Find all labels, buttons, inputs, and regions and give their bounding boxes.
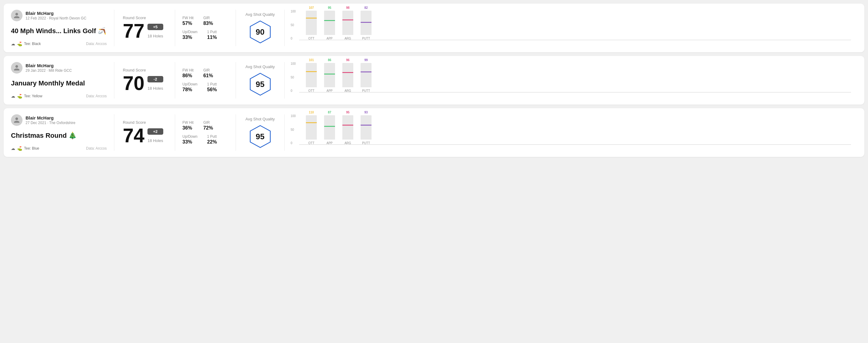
bar-color-line-ott — [306, 71, 317, 72]
score-row: 74+218 Holes — [123, 126, 166, 145]
y-axis-label: 100 — [291, 114, 299, 118]
quality-section: Avg Shot Quality 90 — [236, 10, 285, 46]
y-axis-label: 50 — [291, 128, 299, 131]
one-putt: 1 Putt56% — [207, 82, 217, 92]
bar-bg-ott — [306, 63, 317, 87]
bar-group-putt: 93PUTT — [360, 111, 372, 145]
tee-label: Tee: Black — [24, 42, 41, 46]
player-info: Blair McHarg12 Feb 2022 · Royal North De… — [26, 11, 86, 20]
one-putt-label: 1 Putt — [207, 82, 217, 86]
bar-wrapper-putt — [360, 11, 372, 35]
bar-bg-putt — [361, 115, 372, 139]
one-putt: 1 Putt22% — [207, 134, 217, 145]
gir-label: GIR — [204, 16, 213, 20]
fw-hit: FW Hit36% — [182, 120, 194, 131]
round-title: Christmas Round 🎄 — [11, 132, 107, 139]
bar-value-app: 86 — [328, 58, 331, 62]
y-axis-label: 0 — [291, 37, 299, 40]
round-card: Blair McHarg29 Jan 2022 · Mill Ride GCCJ… — [4, 56, 864, 104]
bar-fill-app — [324, 20, 335, 35]
bar-color-line-app — [324, 73, 335, 74]
hex-score-value: 95 — [256, 80, 265, 89]
bar-group-ott: 110OTT — [305, 111, 317, 145]
bag-icon: ⛳ — [17, 94, 22, 98]
bar-fill-app — [324, 73, 335, 87]
up-down: Up/Down33% — [182, 134, 197, 145]
player-date: 29 Jan 2022 · Mill Ride GCC — [26, 68, 72, 73]
quality-label: Avg Shot Quality — [245, 117, 275, 121]
y-axis-label: 50 — [291, 23, 299, 27]
bar-bg-arg — [342, 115, 353, 139]
bar-group-app: 87APP — [323, 111, 336, 145]
player-date: 12 Feb 2022 · Royal North Devon GC — [26, 16, 86, 20]
player-footer: ☁⛳Tee: BlackData: Arccos — [11, 41, 107, 46]
bar-bg-putt — [361, 11, 372, 35]
bar-group-app: 86APP — [323, 58, 336, 92]
one-putt: 1 Putt11% — [207, 30, 217, 40]
stats-section: FW Hit36%GIR72%Up/Down33%1 Putt22% — [175, 114, 236, 151]
bar-bg-ott — [306, 11, 317, 35]
up-down: Up/Down78% — [182, 82, 197, 92]
bar-color-line-arg — [342, 125, 353, 126]
player-section: Blair McHarg27 Dec 2021 · The Oxfordshir… — [11, 114, 114, 151]
score-section: Round Score70-218 Holes — [114, 62, 175, 98]
data-source: Data: Arccos — [86, 42, 107, 46]
quality-label: Avg Shot Quality — [245, 12, 275, 17]
bar-group-ott: 107OTT — [305, 6, 317, 40]
tee-label: Tee: Blue — [24, 146, 39, 151]
tee-info: ☁⛳Tee: Black — [11, 41, 41, 46]
tee-info: ☁⛳Tee: Yellow — [11, 94, 42, 98]
bar-bg-app — [324, 115, 335, 139]
round-card: Blair McHarg12 Feb 2022 · Royal North De… — [4, 4, 864, 52]
bar-value-arg: 95 — [346, 111, 349, 114]
bar-bg-arg — [342, 63, 353, 87]
bar-fill-arg — [342, 19, 353, 35]
one-putt-label: 1 Putt — [207, 30, 217, 34]
gir: GIR61% — [204, 68, 213, 79]
bar-fill-ott — [306, 17, 317, 35]
gir-value: 83% — [204, 21, 213, 26]
bar-bg-ott — [306, 115, 317, 139]
score-row: 70-218 Holes — [123, 73, 166, 93]
player-header: Blair McHarg27 Dec 2021 · The Oxfordshir… — [11, 114, 107, 126]
score-holes: 18 Holes — [148, 34, 163, 38]
y-axis-label: 100 — [291, 62, 299, 65]
player-header: Blair McHarg12 Feb 2022 · Royal North De… — [11, 10, 107, 21]
up-down-value: 33% — [182, 35, 197, 40]
stats-row-1: FW Hit86%GIR61% — [182, 68, 228, 79]
score-label: Round Score — [123, 68, 166, 72]
bar-color-line-app — [324, 20, 335, 21]
avatar — [11, 114, 23, 126]
stats-row-1: FW Hit57%GIR83% — [182, 16, 228, 26]
player-header: Blair McHarg29 Jan 2022 · Mill Ride GCC — [11, 62, 107, 73]
bar-fill-ott — [306, 122, 317, 139]
bar-color-line-putt — [361, 71, 372, 72]
score-diff-badge: -2 — [148, 76, 163, 83]
score-holes: 18 Holes — [148, 138, 163, 143]
bar-wrapper-putt — [360, 115, 372, 139]
bar-value-ott: 101 — [309, 58, 314, 62]
gir: GIR83% — [204, 16, 213, 26]
stats-row-2: Up/Down33%1 Putt11% — [182, 30, 228, 40]
data-source: Data: Arccos — [86, 146, 107, 151]
data-source: Data: Arccos — [86, 94, 107, 98]
score-number: 74 — [123, 126, 145, 145]
chart-baseline — [299, 145, 851, 145]
bar-group-app: 95APP — [323, 6, 336, 40]
bar-chart: 100500110OTT87APP95ARG93PUTT — [291, 114, 851, 151]
fw-hit-label: FW Hit — [182, 120, 194, 125]
player-name: Blair McHarg — [26, 11, 86, 16]
bar-bg-putt — [361, 63, 372, 87]
bar-color-line-ott — [306, 18, 317, 19]
player-section: Blair McHarg12 Feb 2022 · Royal North De… — [11, 10, 114, 46]
bar-bg-app — [324, 11, 335, 35]
stats-row-2: Up/Down78%1 Putt56% — [182, 82, 228, 92]
bag-icon: ⛳ — [17, 41, 22, 46]
hex-score-value: 90 — [256, 27, 265, 36]
fw-hit-value: 57% — [182, 21, 194, 26]
bar-wrapper-app — [323, 115, 336, 139]
stats-row-2: Up/Down33%1 Putt22% — [182, 134, 228, 145]
bar-fill-app — [324, 126, 335, 139]
bar-wrapper-ott — [305, 63, 317, 87]
score-diff-badge: +2 — [148, 128, 163, 135]
